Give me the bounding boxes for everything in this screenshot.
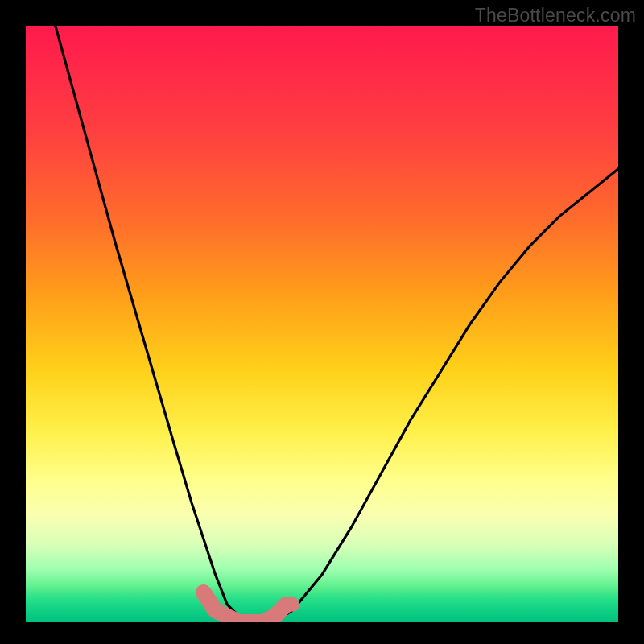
plot-area	[26, 26, 618, 622]
floor-marker-group	[204, 592, 299, 622]
watermark-text: TheBottleneck.com	[475, 5, 636, 27]
floor-marker-stroke	[204, 592, 287, 622]
bottleneck-curve	[56, 26, 618, 622]
chart-frame: TheBottleneck.com	[0, 0, 644, 644]
floor-marker-dot	[285, 597, 299, 612]
curve-layer	[26, 26, 618, 622]
